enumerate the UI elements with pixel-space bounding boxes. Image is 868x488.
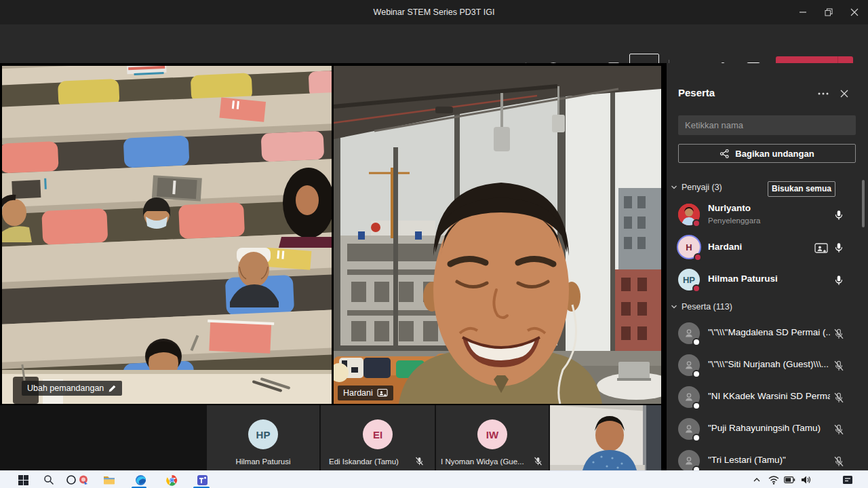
- avatar: HP: [248, 419, 278, 449]
- participant-name: "Puji Rahayuningsih (Tamu): [708, 423, 821, 433]
- meeting-toolbar: 38:28: [0, 24, 868, 63]
- notification-center-button[interactable]: [841, 473, 854, 487]
- window-title-bar: Webinar STEM Series PD3T IGI: [0, 0, 868, 24]
- change-scene-label: Ubah pemandangan: [27, 381, 104, 396]
- mic-muted-icon[interactable]: [833, 423, 845, 436]
- mute-all-button[interactable]: Bisukan semua: [768, 181, 835, 197]
- spotlight-icon: [377, 388, 388, 398]
- participants-panel: Peserta Bagikan undangan Penyaji (3): [667, 63, 868, 470]
- classroom-video-tile[interactable]: Ubah pemandangan: [2, 66, 332, 404]
- speaker-name-label: Hardani: [338, 386, 393, 400]
- participant-name: "NI KKadek Warsini SD Perma...: [708, 391, 830, 401]
- network-tray-button[interactable]: [767, 473, 781, 487]
- mic-muted-icon: [533, 456, 543, 466]
- mic-muted-icon[interactable]: [833, 327, 845, 341]
- participant-name: "\"\\\"Siti Nurjanah (Guest)\\\...: [708, 359, 829, 369]
- pencil-icon: [108, 384, 117, 393]
- teams-meeting-window: Webinar STEM Series PD3T IGI 38:28: [0, 0, 868, 488]
- start-button[interactable]: [16, 473, 30, 487]
- presenters-header-label: Penyaji (3): [682, 183, 722, 192]
- minimize-icon: [799, 8, 807, 16]
- minimize-button[interactable]: [790, 0, 816, 24]
- filmstrip-tile-edi[interactable]: EI Edi Iskandar (Tamu): [321, 405, 435, 470]
- close-button[interactable]: [842, 0, 867, 24]
- mic-on-icon[interactable]: [833, 208, 845, 222]
- self-video: [550, 405, 661, 470]
- participant-name: Nurlyanto: [708, 203, 751, 213]
- participant-row[interactable]: "Puji Rahayuningsih (Tamu): [667, 415, 868, 445]
- person-icon: [683, 359, 695, 371]
- panel-title: Peserta: [678, 87, 715, 98]
- restore-button[interactable]: [816, 0, 842, 24]
- search-icon: [43, 474, 54, 485]
- participant-row-nurlyanto[interactable]: Nurlyanto Penyelenggara: [667, 200, 868, 230]
- participant-name: "Tri Lestari (Tamu)": [708, 455, 786, 465]
- participant-role: Penyelenggara: [708, 217, 760, 225]
- status-busy-dot: [694, 253, 702, 261]
- mic-muted-icon[interactable]: [833, 455, 845, 468]
- speaker-video-tile[interactable]: Hardani: [334, 66, 661, 404]
- mic-muted-icon[interactable]: [833, 391, 845, 405]
- speaker-name: Hardani: [343, 386, 373, 400]
- tile-name: I Nyoman Widya (Gue...: [441, 457, 524, 466]
- tile-name: Edi Iskandar (Tamu): [329, 457, 399, 466]
- speaker-video: [334, 66, 661, 404]
- teams-icon: [197, 474, 208, 486]
- mic-on-icon[interactable]: [833, 274, 845, 287]
- status-dot: [692, 338, 701, 346]
- notification-icon: [842, 474, 853, 485]
- search-input[interactable]: [678, 115, 856, 135]
- filmstrip-tile-hilman[interactable]: HP Hilman Paturusi: [207, 405, 319, 470]
- caret-down-icon: [671, 303, 677, 310]
- change-scene-button[interactable]: Ubah pemandangan: [22, 381, 122, 396]
- participant-name: Hilman Paturusi: [708, 274, 778, 284]
- participant-row-hilman[interactable]: HP Hilman Paturusi: [667, 265, 868, 295]
- participant-row[interactable]: "NI KKadek Warsini SD Perma...: [667, 383, 868, 413]
- person-icon: [683, 423, 695, 435]
- presenters-section-header[interactable]: Penyaji (3): [671, 183, 722, 192]
- windows-taskbar: 76% 13:10: [0, 470, 868, 488]
- more-icon: [817, 89, 829, 98]
- chrome-icon: [166, 474, 178, 486]
- share-invite-button[interactable]: Bagikan undangan: [678, 144, 856, 163]
- teams-button[interactable]: [195, 473, 209, 487]
- folder-icon: [103, 474, 115, 485]
- panel-close-button[interactable]: [840, 89, 849, 101]
- person-icon: [683, 455, 695, 467]
- battery-icon: [784, 476, 795, 484]
- panel-scrollbar[interactable]: [862, 180, 865, 227]
- taskbar-search-button[interactable]: [42, 473, 56, 487]
- mic-on-icon[interactable]: [833, 241, 845, 255]
- close-icon: [840, 89, 849, 98]
- edge-button[interactable]: [134, 473, 147, 487]
- cortana-icon: [66, 474, 77, 485]
- participant-row-hardani[interactable]: H Hardani: [667, 233, 868, 263]
- share-invite-icon: [719, 149, 730, 159]
- participant-row[interactable]: "\"\\\"Magdalena SD Permai (...: [667, 319, 868, 349]
- windows-start-icon: [18, 475, 28, 485]
- edge-icon: [135, 474, 146, 486]
- chevron-up-icon: [753, 476, 761, 484]
- filmstrip-tile-nyoman[interactable]: IW I Nyoman Widya (Gue...: [436, 405, 549, 470]
- cortana-button[interactable]: [64, 473, 78, 487]
- status-dot: [692, 434, 701, 442]
- red-app-icon: [78, 474, 90, 486]
- panel-more-button[interactable]: [817, 89, 829, 101]
- file-explorer-button[interactable]: [102, 473, 116, 487]
- attendees-header-label: Peserta (113): [682, 302, 732, 312]
- mic-muted-icon[interactable]: [833, 359, 845, 373]
- status-busy-dot: [692, 284, 701, 293]
- spotlight-icon[interactable]: [814, 242, 828, 255]
- self-video-thumbnail[interactable]: [550, 405, 661, 470]
- avatar: IW: [477, 419, 507, 449]
- battery-tray-button[interactable]: [783, 473, 796, 487]
- window-title: Webinar STEM Series PD3T IGI: [0, 0, 868, 24]
- volume-tray-button[interactable]: [799, 473, 812, 487]
- chrome-button[interactable]: [165, 473, 178, 487]
- classroom-video: [2, 66, 332, 404]
- taskbar-app-red-button[interactable]: [77, 473, 90, 487]
- tile-name: Hilman Paturusi: [207, 457, 319, 466]
- tray-expand-button[interactable]: [750, 473, 764, 487]
- attendees-section-header[interactable]: Peserta (113): [671, 302, 732, 312]
- participant-row[interactable]: "\"\\\"Siti Nurjanah (Guest)\\\...: [667, 351, 868, 381]
